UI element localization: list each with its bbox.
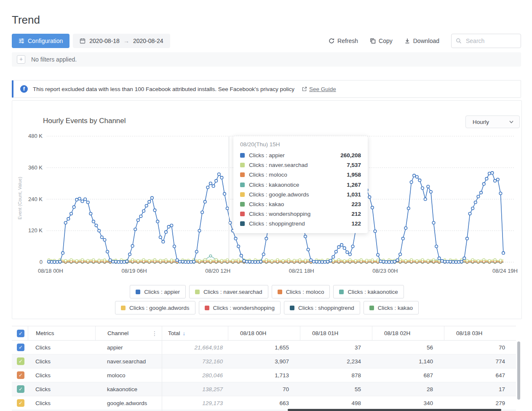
chart-legend: Clicks : appierClicks : naver.searchadCl… [12,285,521,317]
data-point [206,186,209,189]
data-point [432,221,435,224]
row-checkbox[interactable] [17,344,24,351]
hour-header-label: 08/18 01H [312,330,338,336]
data-point [468,212,471,215]
data-point [377,253,380,256]
search-box[interactable] [451,34,521,48]
copy-button[interactable]: Copy [370,38,393,44]
page-title: Trend [12,13,40,27]
data-point [117,261,120,263]
hour-cell: 28 [372,382,444,396]
x-axis-tick: 08/24 19H [486,268,524,274]
configuration-button[interactable]: Configuration [12,34,70,48]
column-header-channel[interactable]: Channel ⋮ [95,326,162,340]
column-header-metrics[interactable]: Metrics [28,326,95,340]
legend-item[interactable]: Clicks : kakaonotice [333,285,404,298]
see-guide-label: See Guide [309,86,336,92]
add-filter-button[interactable]: + [17,55,25,64]
table-row: Clickskakaonotice138,25770552817 [12,382,516,396]
legend-item[interactable]: Clicks : wondershopping [199,301,281,314]
data-point [78,197,81,200]
row-checkbox[interactable] [17,399,24,407]
data-point [148,259,151,262]
refresh-button[interactable]: Refresh [329,38,358,44]
row-checkbox-cell [12,355,28,368]
data-point [371,259,374,261]
data-point [299,259,301,261]
hour-cell: 279 [444,396,516,410]
refresh-label: Refresh [337,38,358,44]
legend-item[interactable]: Clicks : naver.searchad [189,285,268,298]
data-point [457,261,460,263]
data-point [248,261,251,263]
data-point [374,230,377,233]
channel-cell: kakaonotice [95,382,162,396]
data-point [145,204,148,207]
data-point [449,261,452,263]
legend-swatch [136,290,140,294]
legend-item[interactable]: Clicks : kakao [364,301,419,314]
see-guide-link[interactable]: See Guide [302,86,336,92]
legend-item[interactable]: Clicks : moloco [272,285,330,298]
data-point [390,261,393,263]
download-button[interactable]: Download [404,38,439,44]
configuration-label: Configuration [28,38,63,44]
data-point [480,191,483,194]
data-point [363,191,366,193]
total-cell: 138,257 [162,382,228,396]
hour-cell: 70 [228,382,300,396]
data-point [72,206,75,209]
legend-item[interactable]: Clicks : google.adwords [115,301,195,314]
data-table: Metrics Channel ⋮ Total ↓ 08/18 00H08/18… [12,326,521,411]
data-point [416,175,419,178]
hour-header-label: 08/18 02H [384,330,410,336]
copy-label: Copy [379,38,393,44]
kebab-icon[interactable]: ⋮ [152,330,158,337]
row-checkbox[interactable] [17,385,24,393]
data-point [53,261,56,263]
vertical-scrollbar-thumb[interactable] [517,341,520,400]
date-range-button[interactable]: 2020-08-18 → 2020-08-24 [73,34,170,48]
data-point [126,260,128,263]
hour-header-label: 08/18 00H [240,330,266,336]
x-axis-tick: 08/21 18H [283,268,321,274]
column-header-hour[interactable]: 08/18 00H [228,326,300,340]
data-point [477,195,480,198]
row-checkbox[interactable] [17,371,24,379]
data-point [466,259,468,262]
select-all-checkbox[interactable] [17,330,24,337]
column-header-hour[interactable]: 08/18 01H [300,326,372,340]
legend-item[interactable]: Clicks : appier [130,285,186,298]
data-point [209,255,212,257]
data-point [377,259,379,261]
interval-select[interactable]: Hourly [465,116,520,128]
hour-cell: 498 [300,396,372,410]
copy-icon [370,38,376,44]
hour-cell: 1,655 [228,341,300,354]
data-point [50,261,53,263]
data-point [181,261,184,263]
data-point [296,210,299,213]
row-checkbox[interactable] [17,357,24,365]
data-point [329,259,332,262]
data-point [243,260,246,263]
horizontal-scrollbar-thumb[interactable] [288,409,501,411]
data-point [257,261,259,263]
data-point [171,259,173,261]
channel-cell: naver.searchad [95,355,162,368]
legend-item[interactable]: Clicks : shoppingtrend [284,301,360,314]
data-point [446,261,449,263]
search-input[interactable] [465,37,513,45]
data-point [221,259,223,262]
x-axis-tick: 08/19 06H [115,268,153,274]
chart-plot-area[interactable] [47,132,515,271]
row-checkbox-cell [12,396,28,410]
data-point [86,201,89,204]
column-header-hour[interactable]: 08/18 02H [372,326,444,340]
data-point [254,261,257,263]
column-header-hour[interactable]: 08/18 03H [444,326,516,340]
data-point [70,212,73,215]
data-point [343,247,346,250]
data-point [284,192,287,195]
column-header-total[interactable]: Total ↓ [162,326,228,340]
